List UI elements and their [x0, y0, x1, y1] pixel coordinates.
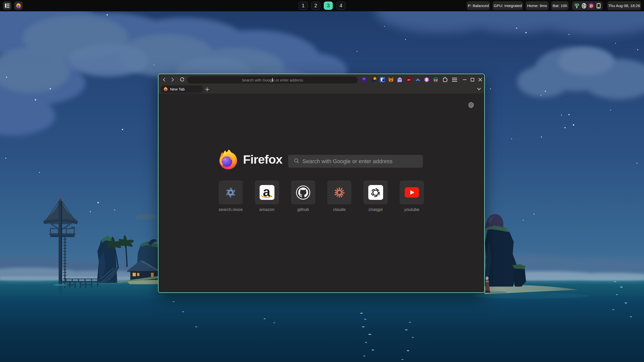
svg-text:uO: uO [407, 79, 410, 81]
